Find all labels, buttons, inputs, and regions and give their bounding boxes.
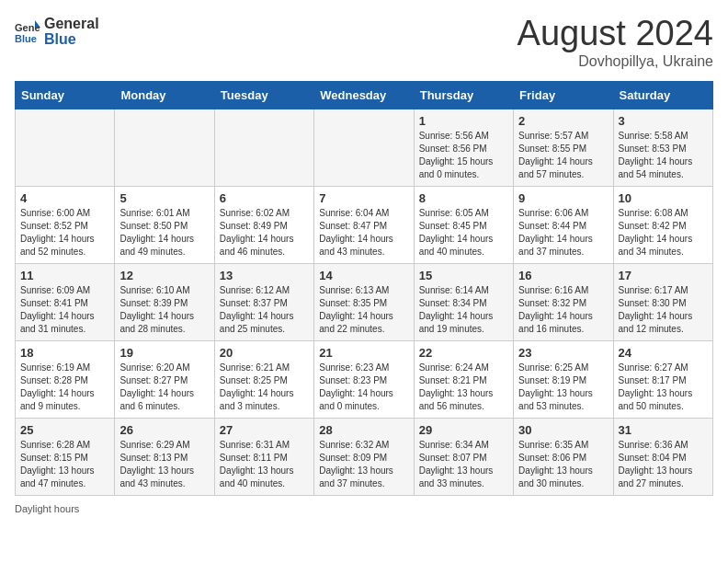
week-row-2: 4Sunrise: 6:00 AM Sunset: 8:52 PM Daylig… — [16, 186, 713, 263]
day-info: Sunrise: 6:32 AM Sunset: 8:09 PM Dayligh… — [319, 439, 408, 490]
day-number: 16 — [518, 269, 608, 282]
day-number: 5 — [119, 191, 209, 205]
day-info: Sunrise: 6:25 AM Sunset: 8:19 PM Dayligh… — [518, 362, 608, 413]
day-number: 19 — [119, 346, 209, 360]
week-row-3: 11Sunrise: 6:09 AM Sunset: 8:41 PM Dayli… — [16, 263, 713, 340]
day-number: 9 — [518, 191, 608, 205]
day-number: 11 — [20, 269, 109, 282]
day-info: Sunrise: 6:17 AM Sunset: 8:30 PM Dayligh… — [619, 284, 708, 336]
day-number: 17 — [619, 269, 708, 282]
page-header: General Blue General Blue August 2024 Do… — [15, 15, 713, 70]
day-number: 8 — [419, 191, 508, 205]
day-number: 22 — [419, 346, 508, 360]
calendar-cell: 9Sunrise: 6:06 AM Sunset: 8:44 PM Daylig… — [514, 186, 613, 263]
calendar-cell: 26Sunrise: 6:29 AM Sunset: 8:13 PM Dayli… — [115, 418, 214, 495]
calendar-cell: 13Sunrise: 6:12 AM Sunset: 8:37 PM Dayli… — [214, 263, 313, 340]
day-number: 13 — [220, 269, 309, 282]
day-info: Sunrise: 5:58 AM Sunset: 8:53 PM Dayligh… — [619, 130, 708, 181]
calendar-cell — [214, 109, 313, 186]
day-info: Sunrise: 6:10 AM Sunset: 8:39 PM Dayligh… — [119, 284, 209, 336]
day-info: Sunrise: 6:01 AM Sunset: 8:50 PM Dayligh… — [119, 207, 209, 259]
week-row-1: 1Sunrise: 5:56 AM Sunset: 8:56 PM Daylig… — [16, 109, 713, 186]
day-info: Sunrise: 6:29 AM Sunset: 8:13 PM Dayligh… — [119, 439, 209, 490]
col-header-wednesday: Wednesday — [314, 81, 414, 109]
day-number: 31 — [619, 423, 708, 437]
month-title: August 2024 — [518, 15, 713, 53]
calendar-table: SundayMondayTuesdayWednesdayThursdayFrid… — [15, 81, 713, 496]
calendar-cell: 21Sunrise: 6:23 AM Sunset: 8:23 PM Dayli… — [314, 340, 414, 418]
day-info: Sunrise: 6:27 AM Sunset: 8:17 PM Dayligh… — [619, 362, 708, 413]
day-info: Sunrise: 6:02 AM Sunset: 8:49 PM Dayligh… — [220, 207, 309, 259]
calendar-cell: 29Sunrise: 6:34 AM Sunset: 8:07 PM Dayli… — [414, 418, 513, 495]
location-title: Dovhopillya, Ukraine — [518, 53, 713, 70]
day-number: 2 — [518, 114, 608, 128]
col-header-tuesday: Tuesday — [214, 81, 313, 109]
day-info: Sunrise: 6:35 AM Sunset: 8:06 PM Dayligh… — [518, 439, 608, 490]
day-info: Sunrise: 6:00 AM Sunset: 8:52 PM Dayligh… — [20, 207, 109, 259]
day-info: Sunrise: 5:56 AM Sunset: 8:56 PM Dayligh… — [419, 130, 508, 181]
day-number: 7 — [319, 191, 408, 205]
calendar-cell: 17Sunrise: 6:17 AM Sunset: 8:30 PM Dayli… — [613, 263, 712, 340]
day-info: Sunrise: 6:28 AM Sunset: 8:15 PM Dayligh… — [20, 439, 109, 490]
calendar-cell: 3Sunrise: 5:58 AM Sunset: 8:53 PM Daylig… — [613, 109, 712, 186]
day-info: Sunrise: 6:12 AM Sunset: 8:37 PM Dayligh… — [220, 284, 309, 336]
day-number: 18 — [20, 346, 109, 360]
day-info: Sunrise: 6:24 AM Sunset: 8:21 PM Dayligh… — [419, 362, 508, 413]
col-header-sunday: Sunday — [16, 81, 115, 109]
logo-icon: General Blue — [15, 18, 40, 44]
week-row-4: 18Sunrise: 6:19 AM Sunset: 8:28 PM Dayli… — [16, 340, 713, 418]
calendar-cell — [16, 109, 115, 186]
day-number: 15 — [419, 269, 508, 282]
title-block: August 2024 Dovhopillya, Ukraine — [518, 15, 713, 70]
calendar-cell: 14Sunrise: 6:13 AM Sunset: 8:35 PM Dayli… — [314, 263, 414, 340]
day-number: 30 — [518, 423, 608, 437]
logo: General Blue General Blue — [15, 15, 99, 48]
calendar-cell: 5Sunrise: 6:01 AM Sunset: 8:50 PM Daylig… — [115, 186, 214, 263]
calendar-cell: 7Sunrise: 6:04 AM Sunset: 8:47 PM Daylig… — [314, 186, 414, 263]
calendar-cell: 24Sunrise: 6:27 AM Sunset: 8:17 PM Dayli… — [613, 340, 712, 418]
day-number: 24 — [619, 346, 708, 360]
day-number: 21 — [319, 346, 408, 360]
day-info: Sunrise: 5:57 AM Sunset: 8:55 PM Dayligh… — [518, 130, 608, 181]
logo-blue: Blue — [44, 30, 99, 48]
calendar-cell — [314, 109, 414, 186]
calendar-cell: 11Sunrise: 6:09 AM Sunset: 8:41 PM Dayli… — [16, 263, 115, 340]
day-number: 6 — [220, 191, 309, 205]
day-info: Sunrise: 6:04 AM Sunset: 8:47 PM Dayligh… — [319, 207, 408, 259]
calendar-cell: 16Sunrise: 6:16 AM Sunset: 8:32 PM Dayli… — [514, 263, 613, 340]
footer-daylight: Daylight hours — [15, 503, 713, 514]
calendar-cell: 6Sunrise: 6:02 AM Sunset: 8:49 PM Daylig… — [214, 186, 313, 263]
day-number: 28 — [319, 423, 408, 437]
day-number: 27 — [220, 423, 309, 437]
day-info: Sunrise: 6:13 AM Sunset: 8:35 PM Dayligh… — [319, 284, 408, 336]
calendar-cell: 15Sunrise: 6:14 AM Sunset: 8:34 PM Dayli… — [414, 263, 513, 340]
calendar-cell: 22Sunrise: 6:24 AM Sunset: 8:21 PM Dayli… — [414, 340, 513, 418]
day-number: 25 — [20, 423, 109, 437]
day-info: Sunrise: 6:09 AM Sunset: 8:41 PM Dayligh… — [20, 284, 109, 336]
calendar-cell: 10Sunrise: 6:08 AM Sunset: 8:42 PM Dayli… — [613, 186, 712, 263]
col-header-friday: Friday — [514, 81, 613, 109]
day-number: 26 — [119, 423, 209, 437]
calendar-cell — [115, 109, 214, 186]
day-info: Sunrise: 6:34 AM Sunset: 8:07 PM Dayligh… — [419, 439, 508, 490]
day-number: 1 — [419, 114, 508, 128]
day-info: Sunrise: 6:21 AM Sunset: 8:25 PM Dayligh… — [220, 362, 309, 413]
calendar-cell: 20Sunrise: 6:21 AM Sunset: 8:25 PM Dayli… — [214, 340, 313, 418]
calendar-cell: 2Sunrise: 5:57 AM Sunset: 8:55 PM Daylig… — [514, 109, 613, 186]
calendar-cell: 12Sunrise: 6:10 AM Sunset: 8:39 PM Dayli… — [115, 263, 214, 340]
day-number: 12 — [119, 269, 209, 282]
day-info: Sunrise: 6:06 AM Sunset: 8:44 PM Dayligh… — [518, 207, 608, 259]
calendar-header-row: SundayMondayTuesdayWednesdayThursdayFrid… — [16, 81, 713, 109]
day-number: 14 — [319, 269, 408, 282]
day-number: 4 — [20, 191, 109, 205]
calendar-cell: 8Sunrise: 6:05 AM Sunset: 8:45 PM Daylig… — [414, 186, 513, 263]
calendar-cell: 30Sunrise: 6:35 AM Sunset: 8:06 PM Dayli… — [514, 418, 613, 495]
day-number: 23 — [518, 346, 608, 360]
col-header-thursday: Thursday — [414, 81, 513, 109]
calendar-cell: 27Sunrise: 6:31 AM Sunset: 8:11 PM Dayli… — [214, 418, 313, 495]
col-header-saturday: Saturday — [613, 81, 712, 109]
day-number: 29 — [419, 423, 508, 437]
day-info: Sunrise: 6:16 AM Sunset: 8:32 PM Dayligh… — [518, 284, 608, 336]
calendar-cell: 19Sunrise: 6:20 AM Sunset: 8:27 PM Dayli… — [115, 340, 214, 418]
day-info: Sunrise: 6:08 AM Sunset: 8:42 PM Dayligh… — [619, 207, 708, 259]
